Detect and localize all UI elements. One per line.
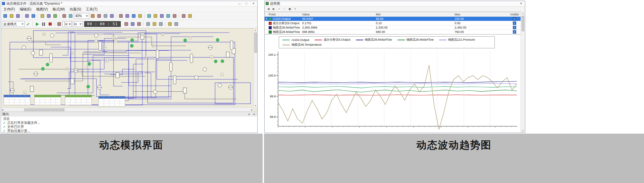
chart-legend: AI104.Output成分分析仪6.Output物质流38.MolarFlow… [279, 36, 495, 48]
canvas-horizontal-scrollbar[interactable]: ◀ ▶ [1, 107, 253, 111]
datasheet-icon[interactable] [129, 21, 136, 27]
menu-icon[interactable]: ≡ [293, 7, 298, 11]
visible-checkbox[interactable]: ✓ [513, 30, 516, 34]
run-check-icon[interactable]: ✓ [25, 21, 31, 27]
flowsheet-canvas[interactable]: TPFLTPFLTPFLTPFL ▲ ▼ ◀ ▶ [1, 28, 257, 111]
svg-text:F: F [106, 60, 107, 62]
mode-select[interactable]: 全速模式 [2, 21, 25, 27]
menu-item[interactable]: 视图(V) [34, 6, 50, 12]
play-icon[interactable] [34, 21, 40, 27]
grid-icon[interactable] [146, 13, 152, 19]
open-icon[interactable] [8, 13, 14, 19]
scroll-down-icon[interactable]: ▼ [254, 104, 257, 107]
menu-item[interactable]: 文件(F) [1, 6, 17, 12]
help-icon[interactable] [173, 21, 179, 27]
table-row[interactable]: ▸AI104.Output99.940799.90100.00✓ [265, 17, 521, 21]
stream-icon[interactable] [130, 13, 137, 19]
tile-windows-icon[interactable] [180, 13, 186, 19]
table-row[interactable]: 成分分析仪6.Output0.17010.100.50✓ [265, 21, 521, 26]
min-cell: 680.00 [376, 30, 455, 34]
menu-item[interactable]: 仿真(S) [67, 6, 84, 12]
speed-stepper[interactable]: 1x [62, 21, 72, 27]
legend-item[interactable]: 物质流121.Pressure [439, 38, 475, 42]
unit-op-icon[interactable] [137, 13, 143, 19]
close-button[interactable]: ✕ [251, 1, 256, 6]
zoom-out-icon[interactable]: − [282, 7, 287, 11]
send-back-icon[interactable] [171, 13, 177, 19]
close-button[interactable]: ✕ [518, 1, 524, 6]
strip-chart-icon[interactable] [145, 21, 151, 27]
alarm-list-icon[interactable] [151, 21, 157, 27]
scroll-up-icon[interactable]: ▲ [254, 29, 257, 32]
scroll-up-icon[interactable]: ▲ [521, 12, 525, 15]
align-icon[interactable] [159, 13, 165, 19]
speed-select[interactable]: 1x [72, 21, 83, 27]
menu-item[interactable]: 编辑(E) [17, 6, 34, 12]
maximize-button[interactable]: □ [244, 1, 249, 6]
redo-icon[interactable] [67, 13, 73, 19]
trend-chart[interactable]: 100.1100.099.999.8 [265, 50, 525, 136]
legend-item[interactable]: 物质流28.MolarFlow [397, 38, 434, 42]
pan-icon[interactable] [109, 13, 115, 19]
minimize-button[interactable]: — [236, 1, 242, 6]
trend-toolbar: ◀▶+−▣≡ [265, 6, 525, 12]
step-icon[interactable] [56, 21, 62, 27]
cascade-windows-icon[interactable] [187, 13, 193, 19]
simulation-window: 动态模拟文件 - 流程仿真 *Dynamics * — □ ✕ 文件(F)编辑(… [1, 1, 258, 133]
legend-line-swatch [282, 40, 290, 40]
stop-icon[interactable] [47, 21, 53, 27]
message-row: ✓开始仿真计算... [3, 129, 255, 133]
menu-item[interactable]: 格式(M) [50, 6, 67, 12]
svg-text:F: F [142, 34, 143, 36]
legend-item[interactable]: 成分分析仪6.Output [315, 38, 351, 42]
zoom-select[interactable]: 40% [74, 13, 89, 19]
fit-view-icon[interactable] [102, 13, 108, 19]
point-name: 成分分析仪6.Output [273, 21, 300, 26]
table-row[interactable]: 物质流28.MolarFlow698.9891680.00760.00✓ [265, 30, 521, 34]
cut-icon[interactable] [39, 13, 45, 19]
zoom-out-icon[interactable] [96, 13, 102, 19]
panel-close-icon[interactable]: ✕ [252, 113, 256, 116]
zoom-in-icon[interactable] [90, 13, 96, 19]
zoom-in-icon[interactable]: + [277, 7, 281, 11]
scroll-left-icon[interactable]: ◀ [1, 108, 4, 111]
print-icon[interactable] [24, 13, 30, 19]
panel-collapse-icon[interactable]: ▾ [248, 113, 250, 116]
legend-item[interactable]: AI104.Output [282, 38, 309, 42]
trend-vertical-scrollbar[interactable]: ▲ ▼ [521, 12, 525, 133]
menu-item[interactable]: 工具(T) [84, 6, 100, 12]
paste-icon[interactable] [52, 13, 58, 19]
canvas-vertical-scrollbar[interactable]: ▲ ▼ [253, 29, 257, 107]
copy-icon[interactable] [46, 13, 52, 19]
legend-item[interactable]: 物质流38.MolarFlow [356, 38, 392, 42]
select-icon[interactable] [118, 13, 124, 19]
scroll-down-icon[interactable]: ▼ [521, 129, 525, 133]
pause-icon[interactable] [41, 21, 47, 27]
table-row[interactable]: 物质流38.MolarFlow2,369.39962,330.002,450.0… [265, 26, 521, 30]
save-icon[interactable] [15, 13, 21, 19]
visible-checkbox[interactable]: ✓ [513, 26, 516, 29]
output-tab-messages[interactable]: 消息 [3, 117, 255, 121]
legend-item[interactable]: 物质流46.Temperature [282, 43, 322, 47]
snapshot-icon[interactable] [123, 21, 129, 27]
report-icon[interactable] [136, 21, 142, 27]
workbook-icon[interactable] [167, 21, 173, 27]
bring-front-icon[interactable] [165, 13, 171, 19]
print-preview-icon[interactable] [30, 13, 36, 19]
value-cell: 0.1701 [302, 21, 376, 25]
connector-icon[interactable] [124, 13, 130, 19]
point-cell: 物质流38.MolarFlow [269, 26, 302, 30]
new-icon[interactable] [2, 13, 8, 19]
undo-icon[interactable] [61, 13, 67, 19]
layers-icon[interactable] [152, 13, 158, 19]
scrollbar-thumb[interactable] [254, 33, 257, 53]
scrollbar-thumb[interactable] [522, 16, 524, 31]
event-log-icon[interactable] [158, 21, 164, 27]
visible-checkbox[interactable]: ✓ [513, 17, 516, 20]
next-icon[interactable]: ▶ [271, 7, 276, 11]
scrollbar-thumb[interactable] [24, 108, 64, 111]
scroll-right-icon[interactable]: ▶ [250, 108, 253, 111]
grid-view-icon[interactable]: ▣ [287, 7, 292, 11]
visible-checkbox[interactable]: ✓ [513, 21, 516, 25]
prev-icon[interactable]: ◀ [266, 7, 271, 11]
